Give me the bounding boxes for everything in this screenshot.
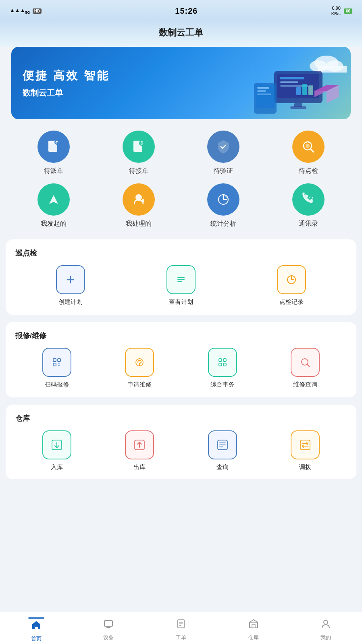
warehouse-in-label: 入库 <box>51 463 63 471</box>
comprehensive-item[interactable]: 综合事务 <box>181 348 264 388</box>
scan-repair-icon <box>42 348 71 377</box>
svg-point-71 <box>324 620 328 624</box>
svg-rect-51 <box>219 363 222 366</box>
svg-line-29 <box>310 149 314 152</box>
svg-rect-42 <box>53 363 56 366</box>
svg-rect-3 <box>318 66 347 73</box>
svg-point-32 <box>142 199 144 202</box>
svg-rect-44 <box>59 364 60 364</box>
workorder-nav-icon <box>175 618 187 632</box>
svg-rect-61 <box>300 440 310 450</box>
pending-inspect-label: 待点检 <box>299 167 318 175</box>
pending-receive-label: 待接单 <box>129 167 148 175</box>
quick-item-my-initiated[interactable]: 我发起的 <box>11 183 96 228</box>
svg-rect-52 <box>223 363 226 366</box>
svg-rect-6 <box>280 77 304 79</box>
stats-label: 统计分析 <box>210 220 236 228</box>
status-left: ▲▲▲5G HD <box>10 7 42 15</box>
battery-badge: 66 <box>344 8 352 14</box>
quick-item-pending-inspect[interactable]: 待点检 <box>266 131 351 175</box>
svg-rect-45 <box>58 365 59 366</box>
my-initiated-label: 我发起的 <box>41 220 67 228</box>
nav-mine-label: 我的 <box>320 634 331 641</box>
warehouse-out-icon <box>125 430 154 459</box>
pending-verify-label: 待验证 <box>214 167 233 175</box>
nav-mine[interactable]: 我的 <box>289 615 362 641</box>
svg-rect-40 <box>53 359 56 361</box>
warehouse-query-item[interactable]: 查询 <box>181 430 264 471</box>
svg-point-27 <box>141 141 143 143</box>
svg-rect-62 <box>104 621 112 626</box>
svg-point-30 <box>306 144 310 148</box>
quick-item-pending-dispatch[interactable]: 待派单 <box>11 131 96 175</box>
repair-grid: 扫码报修 申请维修 <box>15 348 347 388</box>
svg-rect-7 <box>280 81 298 83</box>
view-plan-item[interactable]: 查看计划 <box>126 265 236 306</box>
home-active-indicator <box>28 617 44 619</box>
warehouse-grid: 入库 出库 <box>15 430 347 471</box>
warehouse-section: 仓库 入库 出库 <box>6 405 356 479</box>
warehouse-in-item[interactable]: 入库 <box>15 430 98 471</box>
svg-rect-16 <box>257 87 269 89</box>
inspection-record-label: 点检记录 <box>279 298 304 306</box>
quick-item-pending-verify[interactable]: 待验证 <box>181 131 266 175</box>
warehouse-out-item[interactable]: 出库 <box>98 430 181 471</box>
nav-home[interactable]: 首页 <box>0 614 73 642</box>
nav-warehouse[interactable]: 仓库 <box>217 615 290 641</box>
create-plan-item[interactable]: 创建计划 <box>15 265 126 306</box>
svg-rect-10 <box>302 84 307 95</box>
stats-icon <box>207 183 239 216</box>
nav-device[interactable]: 设备 <box>73 615 145 641</box>
status-bar: ▲▲▲5G HD 15:26 0.90KB/s 66 <box>0 0 362 20</box>
status-right: 0.90KB/s 66 <box>331 5 352 17</box>
network-speed: 0.90KB/s <box>331 5 341 17</box>
create-plan-icon <box>56 265 85 294</box>
pending-receive-icon <box>123 131 155 163</box>
pending-verify-icon <box>207 131 239 163</box>
quick-actions-grid: 待派单 待接单 待验证 <box>0 131 362 239</box>
apply-repair-item[interactable]: 申请维修 <box>98 348 181 388</box>
warehouse-query-label: 查询 <box>216 463 229 471</box>
warehouse-transfer-icon <box>291 430 320 459</box>
nav-workorder[interactable]: 工单 <box>145 615 217 641</box>
inspection-record-item[interactable]: 点检记录 <box>236 265 347 306</box>
view-plan-label: 查看计划 <box>169 298 193 306</box>
svg-point-47 <box>136 359 143 366</box>
inspection-record-icon <box>277 265 306 294</box>
hd-badge: HD <box>33 8 42 14</box>
inspection-grid: 创建计划 查看计划 <box>15 265 347 306</box>
banner-illustration <box>234 51 347 115</box>
signal-icon: ▲▲▲5G <box>10 7 30 15</box>
warehouse-nav-icon <box>248 618 259 632</box>
repair-query-item[interactable]: 维修查询 <box>264 348 347 388</box>
quick-item-contacts[interactable]: 通讯录 <box>266 183 351 228</box>
quick-item-stats[interactable]: 统计分析 <box>181 183 266 228</box>
repair-query-icon <box>291 348 320 377</box>
comprehensive-icon <box>208 348 237 377</box>
my-processed-icon <box>123 183 155 216</box>
banner: 便捷 高效 智能 数制云工单 <box>11 47 351 119</box>
warehouse-transfer-item[interactable]: 调拨 <box>264 430 347 471</box>
banner-text: 便捷 高效 智能 数制云工单 <box>23 68 110 98</box>
warehouse-query-icon <box>208 430 237 459</box>
scan-repair-label: 扫码报修 <box>45 381 69 388</box>
inspection-title: 巡点检 <box>15 248 347 258</box>
scan-repair-item[interactable]: 扫码报修 <box>15 348 98 388</box>
apply-repair-label: 申请维修 <box>127 381 152 388</box>
svg-rect-18 <box>257 93 271 95</box>
quick-item-my-processed[interactable]: 我处理的 <box>96 183 181 228</box>
home-nav-icon <box>31 619 42 634</box>
repair-query-label: 维修查询 <box>293 381 317 388</box>
repair-title: 报修/维修 <box>15 331 347 341</box>
banner-keywords: 便捷 高效 智能 <box>23 68 110 83</box>
bottom-nav: 首页 设备 工单 <box>0 612 362 644</box>
svg-rect-43 <box>58 364 59 364</box>
apply-repair-icon <box>125 348 154 377</box>
svg-rect-46 <box>59 365 60 366</box>
repair-section: 报修/维修 扫码报修 <box>6 322 356 397</box>
my-initiated-icon <box>37 183 70 216</box>
svg-rect-49 <box>219 359 222 361</box>
quick-item-pending-receive[interactable]: 待接单 <box>96 131 181 175</box>
svg-rect-9 <box>296 87 301 95</box>
device-nav-icon <box>103 618 114 632</box>
